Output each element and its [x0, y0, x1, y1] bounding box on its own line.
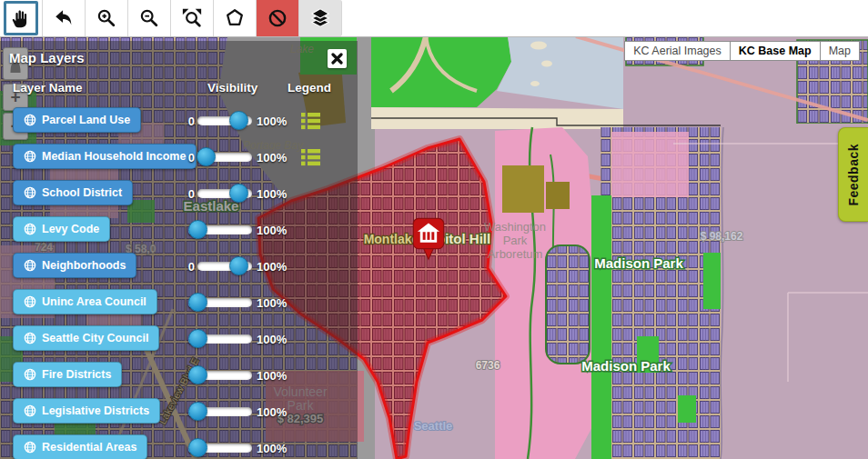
slider-track[interactable] [197, 116, 252, 125]
layer-row: Seattle City Council 0 100% [0, 321, 358, 357]
legend-icon[interactable] [301, 148, 320, 166]
visibility-slider: 0 100% [180, 430, 287, 459]
layer-label: Levy Code [42, 223, 99, 235]
previous-extent-button[interactable] [43, 0, 86, 36]
layer-toggle-button[interactable]: Levy Code [13, 216, 110, 242]
slider-track[interactable] [197, 262, 252, 271]
basemap-kc-aerial-button[interactable]: KC Aerial Images [624, 41, 731, 61]
globe-icon [24, 186, 36, 199]
globe-icon [24, 259, 36, 272]
layer-row: Neighborhoods 0 100% [0, 248, 358, 284]
panel-close-button[interactable] [328, 49, 347, 68]
slider-handle[interactable] [188, 329, 207, 348]
layer-toggle-button[interactable]: Neighborhoods [13, 253, 136, 278]
visibility-slider: 0 100% [180, 248, 287, 284]
layer-row: School District 0 100% [0, 175, 358, 212]
slider-track[interactable] [197, 407, 252, 416]
slider-track[interactable] [197, 153, 252, 162]
slider-max-label: 100% [257, 333, 287, 346]
globe-icon [24, 441, 36, 454]
pan-tool-button[interactable] [0, 0, 43, 36]
layer-list: Parcel Land Use 0 100% [0, 103, 358, 459]
slider-track[interactable] [197, 225, 252, 234]
layer-toggle-button[interactable]: Fire Districts [13, 362, 122, 387]
slider-handle[interactable] [188, 402, 207, 421]
slider-track[interactable] [197, 298, 252, 307]
slider-track[interactable] [197, 371, 252, 380]
visibility-slider: 0 100% [180, 212, 287, 248]
visibility-slider: 0 100% [180, 139, 287, 175]
column-layer-name: Layer Name [13, 81, 83, 95]
layer-toggle-button[interactable]: Legislative Districts [13, 398, 160, 424]
basemap-kc-base-map-button[interactable]: KC Base Map [731, 41, 821, 61]
visibility-slider: 0 100% [180, 103, 287, 139]
globe-icon [24, 223, 36, 235]
slider-handle[interactable] [229, 184, 248, 203]
column-legend: Legend [288, 81, 331, 95]
layer-row: Parcel Land Use 0 100% [0, 103, 358, 139]
globe-icon [24, 295, 36, 308]
slider-min-label: 0 [180, 187, 195, 201]
panel-title: Map Layers [9, 50, 85, 65]
zoom-out-tool-button[interactable] [128, 0, 171, 36]
slider-min-label: 0 [180, 151, 195, 165]
slider-min-label: 0 [180, 260, 195, 274]
slider-handle[interactable] [188, 293, 207, 312]
slider-max-label: 100% [257, 187, 287, 201]
slider-max-label: 100% [257, 442, 287, 455]
polygon-select-tool-button[interactable] [214, 0, 257, 36]
clear-selection-button[interactable] [257, 0, 299, 36]
layers-tool-button[interactable] [299, 0, 342, 36]
zoom-to-extent-icon [177, 4, 207, 33]
layer-toggle-button[interactable]: Parcel Land Use [13, 107, 141, 133]
slider-track[interactable] [197, 444, 252, 453]
slider-max-label: 100% [257, 405, 287, 419]
label-arboretum-2: Park [503, 234, 528, 247]
slider-max-label: 100% [257, 260, 287, 274]
toolbar [0, 0, 868, 37]
layer-label: Median Household Income [42, 150, 186, 163]
slider-max-label: 100% [257, 151, 287, 165]
basemap-map-button[interactable]: Map [821, 41, 860, 61]
slider-handle[interactable] [188, 220, 207, 239]
slider-max-label: 100% [257, 115, 287, 128]
layer-toggle-button[interactable]: Median Household Income [13, 144, 197, 169]
zoom-in-tool-button[interactable] [86, 0, 128, 36]
feedback-tab[interactable]: Feedback [838, 127, 868, 222]
layer-toggle-button[interactable]: Uninc Area Council [13, 289, 157, 314]
label-income-6736: 6736 [476, 359, 500, 372]
feedback-label: Feedback [846, 144, 861, 206]
layer-row: Median Household Income 0 100% [0, 139, 358, 175]
slider-handle[interactable] [229, 111, 248, 130]
globe-icon [24, 332, 36, 344]
layer-label: Neighborhoods [42, 259, 126, 272]
slider-handle[interactable] [229, 256, 248, 275]
slider-handle[interactable] [188, 365, 207, 384]
zoom-out-icon [135, 4, 164, 33]
layer-toggle-button[interactable]: Seattle City Council [13, 325, 159, 351]
layer-toggle-button[interactable]: School District [13, 180, 133, 205]
slider-handle[interactable] [188, 438, 207, 457]
layer-row: Fire Districts 0 100% [0, 357, 358, 394]
slider-handle[interactable] [197, 147, 216, 166]
previous-extent-arrow-icon [49, 4, 78, 33]
slider-track[interactable] [197, 334, 252, 344]
slider-max-label: 100% [257, 296, 287, 310]
layer-label: Uninc Area Council [42, 295, 146, 308]
layer-label: Fire Districts [42, 368, 111, 381]
label-montlake: Montlake [364, 232, 419, 246]
layer-toggle-button[interactable]: Residential Areas [13, 434, 147, 459]
x-close-icon [331, 53, 343, 65]
slider-track[interactable] [197, 189, 252, 198]
slider-max-label: 100% [257, 224, 287, 237]
layer-label: Legislative Districts [42, 404, 149, 417]
clear-prohibition-icon [263, 4, 292, 33]
layer-row: Uninc Area Council 0 100% [0, 284, 358, 321]
layer-row: Legislative Districts 0 100% [0, 394, 358, 430]
legend-icon[interactable] [301, 112, 320, 130]
visibility-slider: 0 100% [180, 284, 287, 321]
globe-icon [24, 150, 36, 163]
zoom-extent-tool-button[interactable] [171, 0, 214, 36]
hand-pan-icon [4, 1, 38, 35]
label-madison-park-1: Madison Park [594, 255, 683, 271]
